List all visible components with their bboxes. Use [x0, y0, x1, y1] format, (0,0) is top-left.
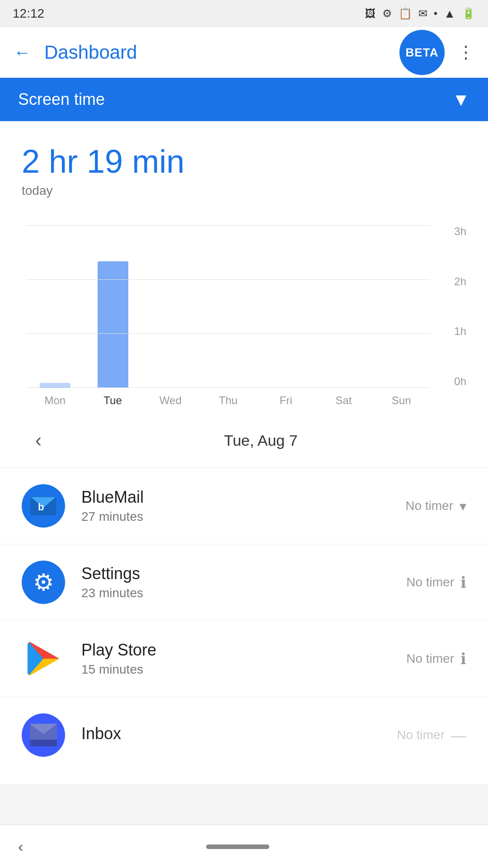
screen-time-header[interactable]: Screen time ▼	[0, 78, 488, 121]
y-axis-labels: 3h 2h 1h 0h	[435, 225, 466, 388]
x-label-mon: Mon	[26, 394, 84, 407]
list-item: Play Store 15 minutes No timer ℹ	[0, 621, 488, 697]
app-bar: ← Dashboard BETA ⋮	[0, 27, 488, 78]
wifi-icon: ▲	[444, 7, 455, 21]
screen-time-label: Screen time	[18, 90, 105, 109]
grid-line-3h	[26, 225, 430, 226]
main-content: 2 hr 19 min today	[0, 121, 488, 467]
battery-icon: 🔋	[462, 7, 475, 20]
home-indicator[interactable]	[206, 844, 269, 849]
playstore-timer[interactable]: No timer ℹ	[406, 650, 466, 668]
settings-no-timer: No timer	[406, 575, 454, 590]
x-label-sun: Sun	[372, 394, 430, 407]
total-time-period: today	[22, 184, 466, 198]
bluemail-svg-icon: b	[30, 495, 57, 517]
bluemail-timer[interactable]: No timer ▾	[405, 498, 466, 514]
email-icon: ✉	[418, 7, 427, 20]
settings-timer[interactable]: No timer ℹ	[406, 573, 466, 591]
nav-back-button[interactable]: ‹	[18, 838, 23, 855]
inbox-svg-icon	[28, 722, 59, 749]
y-label-0h: 0h	[435, 375, 466, 388]
x-label-thu: Thu	[199, 394, 257, 407]
settings-info: Settings 23 minutes	[81, 564, 406, 600]
playstore-time: 15 minutes	[81, 662, 406, 677]
svg-text:b: b	[38, 501, 44, 513]
bluemail-no-timer: No timer	[405, 499, 453, 513]
settings-name: Settings	[81, 564, 406, 583]
gear-icon: ⚙	[33, 569, 54, 596]
bluemail-dropdown-icon[interactable]: ▾	[460, 498, 466, 514]
svg-rect-10	[30, 740, 57, 746]
y-label-3h: 3h	[435, 225, 466, 238]
list-item: Inbox No timer —	[0, 697, 488, 784]
inbox-app-icon	[22, 713, 65, 757]
total-time-value: 2 hr 19 min	[22, 143, 466, 180]
app-list: b BlueMail 27 minutes No timer ▾ ⚙ Setti…	[0, 468, 488, 784]
playstore-no-timer: No timer	[406, 651, 454, 666]
date-prev-button[interactable]: ‹	[22, 429, 55, 451]
date-navigation: ‹ Tue, Aug 7	[22, 420, 466, 467]
playstore-svg-icon	[23, 638, 64, 679]
inbox-dash-icon[interactable]: —	[451, 726, 466, 744]
status-time: 12:12	[13, 6, 44, 21]
status-icons: 🖼 ⚙ 📋 ✉ • ▲ 🔋	[365, 7, 475, 21]
grid-line-0h	[26, 387, 430, 388]
chevron-down-icon: ▼	[452, 90, 470, 110]
usage-chart: 3h 2h 1h 0h Mon Tue Wed Thu Fri Sat Sun	[22, 216, 466, 407]
grid-line-1h	[26, 333, 430, 334]
clipboard-icon: 📋	[399, 7, 412, 20]
beta-badge: BETA	[399, 30, 445, 75]
playstore-info: Play Store 15 minutes	[81, 641, 406, 677]
bluemail-info: BlueMail 27 minutes	[81, 488, 405, 524]
bluemail-time: 27 minutes	[81, 509, 405, 524]
chart-grid	[26, 225, 430, 388]
x-label-tue: Tue	[84, 394, 142, 407]
playstore-app-icon	[22, 637, 65, 680]
chart-area: 3h 2h 1h 0h	[22, 225, 466, 388]
playstore-info-icon[interactable]: ℹ	[460, 650, 466, 668]
x-label-wed: Wed	[141, 394, 199, 407]
current-date: Tue, Aug 7	[55, 432, 466, 449]
inbox-no-timer: No timer	[397, 728, 445, 742]
dot-icon: •	[434, 7, 437, 20]
inbox-timer[interactable]: No timer —	[397, 726, 466, 744]
list-item: ⚙ Settings 23 minutes No timer ℹ	[0, 544, 488, 621]
y-label-2h: 2h	[435, 275, 466, 288]
back-button[interactable]: ←	[14, 43, 31, 62]
games-icon: ⚙	[382, 7, 392, 20]
settings-time: 23 minutes	[81, 586, 406, 600]
settings-app-icon: ⚙	[22, 561, 65, 604]
inbox-info: Inbox	[81, 724, 397, 746]
bluemail-app-icon: b	[22, 484, 65, 528]
inbox-name: Inbox	[81, 724, 397, 743]
y-label-1h: 1h	[435, 325, 466, 338]
page-title: Dashboard	[44, 42, 390, 63]
list-item: b BlueMail 27 minutes No timer ▾	[0, 468, 488, 544]
bottom-nav-bar: ‹	[0, 825, 488, 868]
x-axis-labels: Mon Tue Wed Thu Fri Sat Sun	[22, 394, 466, 407]
x-label-fri: Fri	[257, 394, 315, 407]
x-label-sat: Sat	[315, 394, 373, 407]
grid-line-2h	[26, 279, 430, 280]
playstore-name: Play Store	[81, 641, 406, 660]
status-bar: 12:12 🖼 ⚙ 📋 ✉ • ▲ 🔋	[0, 0, 488, 27]
bluemail-name: BlueMail	[81, 488, 405, 507]
more-button[interactable]: ⋮	[457, 42, 474, 62]
settings-info-icon[interactable]: ℹ	[460, 573, 466, 591]
photo-icon: 🖼	[365, 7, 376, 20]
